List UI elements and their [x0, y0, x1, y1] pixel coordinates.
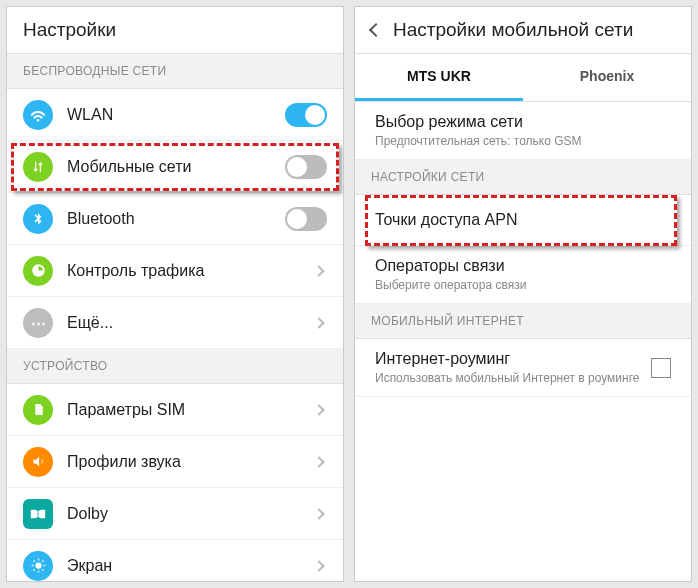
- apn-row-wrap: Точки доступа APN: [355, 195, 691, 246]
- more-icon: ⋯: [23, 308, 53, 338]
- mobile-row-wrap: Мобильные сети: [7, 141, 343, 193]
- row-sound[interactable]: Профили звука: [7, 436, 343, 488]
- network-mode-title: Выбор режима сети: [375, 113, 671, 131]
- page-title: Настройки мобильной сети: [393, 19, 633, 41]
- page-title: Настройки: [23, 19, 116, 41]
- row-bluetooth[interactable]: Bluetooth: [7, 193, 343, 245]
- bluetooth-icon: [23, 204, 53, 234]
- row-mobile[interactable]: Мобильные сети: [7, 141, 343, 193]
- row-wlan[interactable]: WLAN: [7, 89, 343, 141]
- dolby-label: Dolby: [67, 505, 315, 523]
- row-traffic[interactable]: Контроль трафика: [7, 245, 343, 297]
- header: Настройки мобильной сети: [355, 7, 691, 54]
- svg-point-1: [35, 562, 41, 568]
- bluetooth-label: Bluetooth: [67, 210, 285, 228]
- operators-title: Операторы связи: [375, 257, 671, 275]
- svg-line-8: [33, 569, 34, 570]
- svg-line-6: [33, 561, 34, 562]
- roaming-title: Интернет-роуминг: [375, 350, 641, 368]
- chevron-right-icon: [313, 404, 324, 415]
- mobile-toggle[interactable]: [285, 155, 327, 179]
- roaming-checkbox[interactable]: [651, 358, 671, 378]
- more-label: Ещё...: [67, 314, 315, 332]
- sound-icon: [23, 447, 53, 477]
- svg-line-9: [42, 561, 43, 562]
- sim-label: Параметры SIM: [67, 401, 315, 419]
- wifi-icon: [23, 100, 53, 130]
- mobile-data-icon: [23, 152, 53, 182]
- row-roaming[interactable]: Интернет-роуминг Использовать мобильный …: [355, 339, 691, 397]
- traffic-icon: [23, 256, 53, 286]
- chevron-right-icon: [313, 560, 324, 571]
- row-operators[interactable]: Операторы связи Выберите оператора связи: [355, 246, 691, 304]
- wlan-label: WLAN: [67, 106, 285, 124]
- row-screen[interactable]: Экран: [7, 540, 343, 582]
- mobile-label: Мобильные сети: [67, 158, 285, 176]
- wlan-toggle[interactable]: [285, 103, 327, 127]
- screen-label: Экран: [67, 557, 315, 575]
- network-mode-sub: Предпочтительная сеть: только GSM: [375, 134, 671, 148]
- header: Настройки: [7, 7, 343, 54]
- back-icon[interactable]: [369, 23, 383, 37]
- row-network-mode[interactable]: Выбор режима сети Предпочтительная сеть:…: [355, 102, 691, 160]
- section-wireless: БЕСПРОВОДНЫЕ СЕТИ: [7, 54, 343, 89]
- chevron-right-icon: [313, 456, 324, 467]
- tab-mts[interactable]: MTS UKR: [355, 54, 523, 101]
- roaming-sub: Использовать мобильный Интернет в роумин…: [375, 371, 641, 385]
- sound-label: Профили звука: [67, 453, 315, 471]
- sim-tabs: MTS UKR Phoenix: [355, 54, 691, 102]
- bluetooth-toggle[interactable]: [285, 207, 327, 231]
- row-more[interactable]: ⋯ Ещё...: [7, 297, 343, 349]
- row-dolby[interactable]: Dolby: [7, 488, 343, 540]
- row-apn[interactable]: Точки доступа APN: [355, 195, 691, 246]
- traffic-label: Контроль трафика: [67, 262, 315, 280]
- section-device: УСТРОЙСТВО: [7, 349, 343, 384]
- apn-title: Точки доступа APN: [375, 211, 671, 229]
- sim-icon: [23, 395, 53, 425]
- chevron-right-icon: [313, 265, 324, 276]
- settings-screen: Настройки БЕСПРОВОДНЫЕ СЕТИ WLAN Мобильн…: [6, 6, 344, 582]
- mobile-network-screen: Настройки мобильной сети MTS UKR Phoenix…: [354, 6, 692, 582]
- section-internet: МОБИЛЬНЫЙ ИНТЕРНЕТ: [355, 304, 691, 339]
- section-network: НАСТРОЙКИ СЕТИ: [355, 160, 691, 195]
- dolby-icon: [23, 499, 53, 529]
- row-sim[interactable]: Параметры SIM: [7, 384, 343, 436]
- operators-sub: Выберите оператора связи: [375, 278, 671, 292]
- tab-phoenix[interactable]: Phoenix: [523, 54, 691, 101]
- svg-line-7: [42, 569, 43, 570]
- screen-icon: [23, 551, 53, 581]
- chevron-right-icon: [313, 508, 324, 519]
- chevron-right-icon: [313, 317, 324, 328]
